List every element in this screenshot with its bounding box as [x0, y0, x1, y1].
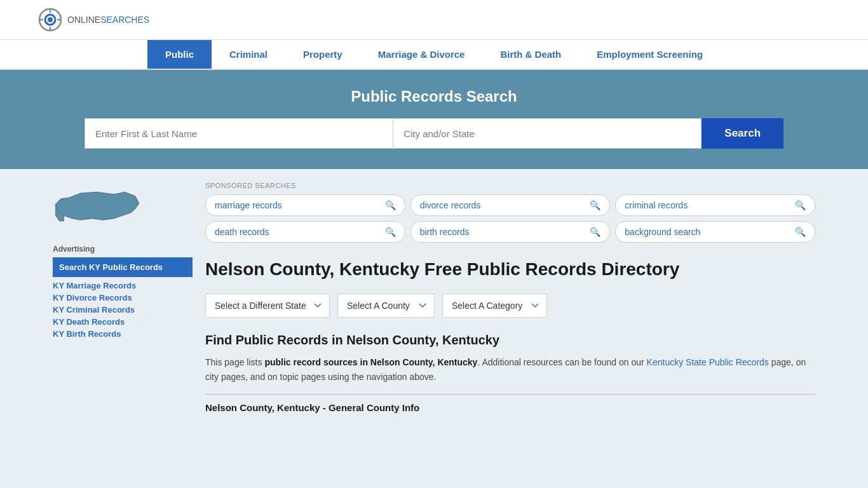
name-input[interactable]: [85, 118, 393, 149]
bottom-section: Nelson County, Kentucky - General County…: [205, 394, 815, 413]
search-icon: 🔍: [590, 227, 600, 237]
search-icon: 🔍: [590, 200, 600, 210]
sidebar-link-criminal[interactable]: KY Criminal Records: [53, 304, 193, 316]
search-pills: marriage records 🔍 divorce records 🔍 cri…: [205, 194, 815, 243]
logo-text: ONLINESEARCHES: [67, 15, 149, 25]
nav-employment[interactable]: Employment Screening: [579, 40, 721, 69]
dropdowns-row: Select a Different State Select A County…: [205, 294, 815, 318]
search-icon: 🔍: [385, 227, 396, 237]
page-title: Nelson County, Kentucky Free Public Reco…: [205, 258, 815, 281]
category-dropdown[interactable]: Select A Category: [442, 294, 547, 318]
pill-birth[interactable]: birth records 🔍: [410, 221, 611, 243]
advertising-label: Advertising: [53, 245, 193, 254]
nav-birth-death[interactable]: Birth & Death: [482, 40, 579, 69]
sidebar: Advertising Search KY Public Records KY …: [53, 182, 193, 413]
county-dropdown[interactable]: Select A County: [337, 294, 435, 318]
svg-marker-7: [55, 192, 139, 220]
location-input[interactable]: [393, 118, 702, 149]
kentucky-map: [53, 182, 142, 233]
pill-background[interactable]: background search 🔍: [615, 221, 815, 243]
bottom-section-title: Nelson County, Kentucky - General County…: [205, 402, 815, 413]
find-title: Find Public Records in Nelson County, Ke…: [205, 333, 815, 348]
logo[interactable]: ONLINESEARCHES: [38, 8, 149, 32]
nav-property[interactable]: Property: [285, 40, 360, 69]
search-icon: 🔍: [795, 200, 806, 210]
sidebar-link-birth[interactable]: KY Birth Records: [53, 328, 193, 340]
logo-searches: SEARCHES: [100, 15, 149, 25]
sidebar-link-marriage[interactable]: KY Marriage Records: [53, 280, 193, 292]
nav-public[interactable]: Public: [147, 40, 212, 69]
logo-icon: [38, 8, 62, 32]
pill-marriage[interactable]: marriage records 🔍: [205, 194, 405, 216]
search-icon: 🔍: [385, 200, 396, 210]
nav-marriage-divorce[interactable]: Marriage & Divorce: [360, 40, 483, 69]
ad-highlight-link[interactable]: Search KY Public Records: [53, 257, 193, 277]
hero-banner: Public Records Search Search: [0, 70, 868, 169]
nav-criminal[interactable]: Criminal: [212, 40, 285, 69]
ky-state-link[interactable]: Kentucky State Public Records: [647, 357, 769, 367]
logo-online: ONLINE: [67, 15, 100, 25]
main-nav: Public Criminal Property Marriage & Divo…: [0, 40, 868, 70]
pill-criminal[interactable]: criminal records 🔍: [615, 194, 815, 216]
search-button[interactable]: Search: [702, 118, 783, 149]
main-content: SPONSORED SEARCHES marriage records 🔍 di…: [205, 182, 815, 413]
main-wrapper: Advertising Search KY Public Records KY …: [40, 169, 828, 426]
sidebar-link-divorce[interactable]: KY Divorce Records: [53, 292, 193, 304]
search-icon: 🔍: [795, 227, 806, 237]
pill-divorce[interactable]: divorce records 🔍: [410, 194, 611, 216]
sponsored-label: SPONSORED SEARCHES: [205, 182, 815, 189]
state-dropdown[interactable]: Select a Different State: [205, 294, 330, 318]
state-map: [53, 182, 193, 234]
pill-death[interactable]: death records 🔍: [205, 221, 405, 243]
hero-title: Public Records Search: [38, 88, 830, 105]
search-bar: Search: [85, 118, 783, 149]
header: ONLINESEARCHES: [0, 0, 868, 40]
svg-point-6: [48, 17, 53, 22]
find-desc: This page lists public record sources in…: [205, 355, 815, 384]
sidebar-link-death[interactable]: KY Death Records: [53, 316, 193, 328]
